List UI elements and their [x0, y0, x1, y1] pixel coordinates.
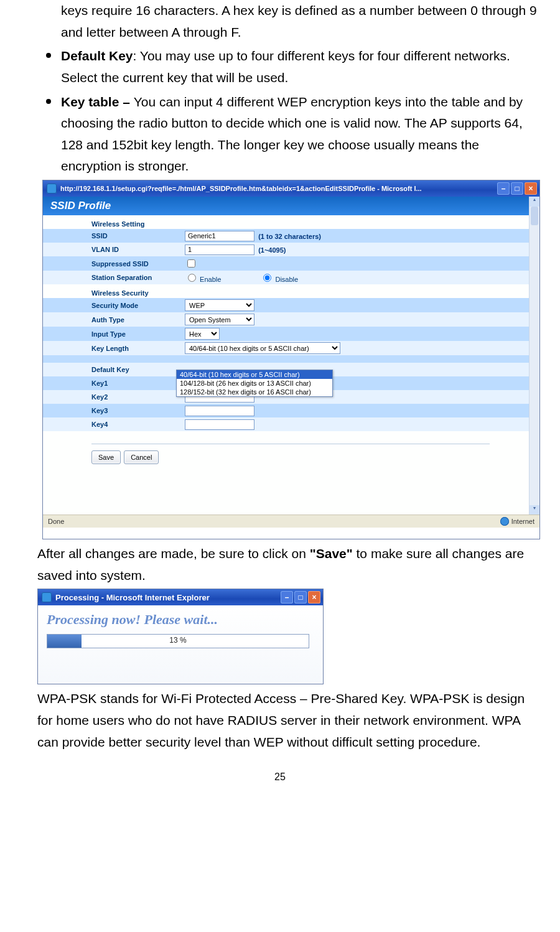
progress-bar: 13 % [47, 634, 309, 648]
minimize-button[interactable]: – [497, 182, 510, 195]
auth-type-select[interactable]: Open System [185, 314, 254, 325]
bullet-key-table: Key table – You can input 4 different WE… [61, 91, 541, 178]
bullet-default-key: Default Key: You may use up to four diff… [61, 45, 541, 88]
close-button[interactable]: × [308, 591, 320, 603]
key3-label: Key3 [43, 404, 181, 417]
enable-radio[interactable] [188, 274, 196, 282]
statusbar: Done Internet [43, 515, 539, 528]
scroll-thumb[interactable] [531, 207, 538, 225]
key-length-label: Key Length [43, 341, 181, 355]
key2-label: Key2 [43, 390, 181, 404]
key-length-select[interactable]: 40/64-bit (10 hex digits or 5 ASCII char… [185, 342, 340, 354]
section-wireless-setting: Wireless Setting [43, 215, 530, 229]
disable-label: Disable [275, 276, 298, 283]
ie-icon [42, 592, 52, 602]
key-table-label: Key table – [61, 95, 134, 109]
screenshot-ssid-profile: http://192.168.1.1/setup.cgi?reqfile=./h… [42, 180, 540, 539]
paragraph-top: keys require 16 characters. A hex key is… [61, 0, 541, 43]
processing-message: Processing now! Please wait... [47, 612, 314, 628]
vlan-input[interactable] [185, 245, 254, 255]
bullet-icon [46, 99, 51, 104]
ssid-label: SSID [43, 229, 181, 243]
paragraph-save: After all changes are made, be sure to c… [37, 543, 541, 586]
key4-label: Key4 [43, 417, 181, 431]
page-title: SSID Profile [43, 197, 530, 215]
input-type-label: Input Type [43, 327, 181, 341]
key1-label: Key1 [43, 376, 181, 390]
page-number: 25 [19, 771, 541, 783]
status-done: Done [48, 518, 64, 525]
maximize-button[interactable]: □ [511, 182, 523, 195]
window-title: Processing - Microsoft Internet Explorer [55, 593, 281, 602]
default-key-label: Default Key [43, 363, 181, 376]
disable-radio[interactable] [263, 274, 271, 282]
section-wireless-security: Wireless Security [43, 284, 530, 298]
globe-icon [500, 517, 509, 526]
key3-input[interactable] [185, 406, 254, 416]
station-separation-label: Station Separation [43, 271, 181, 284]
key-length-dropdown[interactable]: 40/64-bit (10 hex digits or 5 ASCII char… [176, 370, 333, 397]
security-mode-select[interactable]: WEP [185, 299, 254, 311]
minimize-button[interactable]: – [281, 591, 293, 603]
cancel-button[interactable]: Cancel [124, 450, 159, 464]
key4-input[interactable] [185, 419, 254, 430]
screenshot-processing: Processing - Microsoft Internet Explorer… [37, 589, 324, 684]
suppressed-ssid-checkbox[interactable] [187, 259, 195, 268]
scroll-down-icon[interactable]: ▾ [530, 505, 539, 515]
ie-icon [47, 184, 57, 193]
ssid-input[interactable] [185, 231, 254, 241]
save-button[interactable]: Save [91, 450, 121, 464]
paragraph-wpa: WPA-PSK stands for Wi-Fi Protected Acces… [37, 688, 541, 753]
default-key-label: Default Key [61, 49, 133, 63]
ssid-hint: (1 to 32 characters) [258, 232, 321, 240]
window-title: http://192.168.1.1/setup.cgi?reqfile=./h… [60, 185, 497, 192]
close-button[interactable]: × [525, 182, 537, 195]
auth-type-label: Auth Type [43, 312, 181, 327]
scrollbar[interactable]: ▴ ▾ [529, 197, 539, 515]
security-mode-label: Security Mode [43, 298, 181, 312]
key-length-option-128[interactable]: 104/128-bit (26 hex digits or 13 ASCII c… [177, 379, 332, 388]
scroll-up-icon[interactable]: ▴ [530, 197, 539, 207]
key-length-option-152[interactable]: 128/152-bit (32 hex digits or 16 ASCII c… [177, 388, 332, 396]
suppressed-ssid-label: Suppressed SSID [43, 256, 181, 271]
vlan-label: VLAN ID [43, 243, 181, 256]
input-type-select[interactable]: Hex [185, 328, 220, 340]
divider [91, 444, 490, 444]
status-zone: Internet [511, 518, 534, 525]
maximize-button[interactable]: □ [294, 591, 307, 603]
key-length-option-64[interactable]: 40/64-bit (10 hex digits or 5 ASCII char… [177, 370, 332, 379]
progress-percent: 13 % [47, 636, 309, 645]
titlebar: Processing - Microsoft Internet Explorer… [38, 589, 323, 605]
bullet-icon [46, 53, 51, 58]
enable-label: Enable [200, 276, 221, 283]
vlan-hint: (1~4095) [258, 246, 286, 253]
titlebar: http://192.168.1.1/setup.cgi?reqfile=./h… [43, 180, 539, 197]
